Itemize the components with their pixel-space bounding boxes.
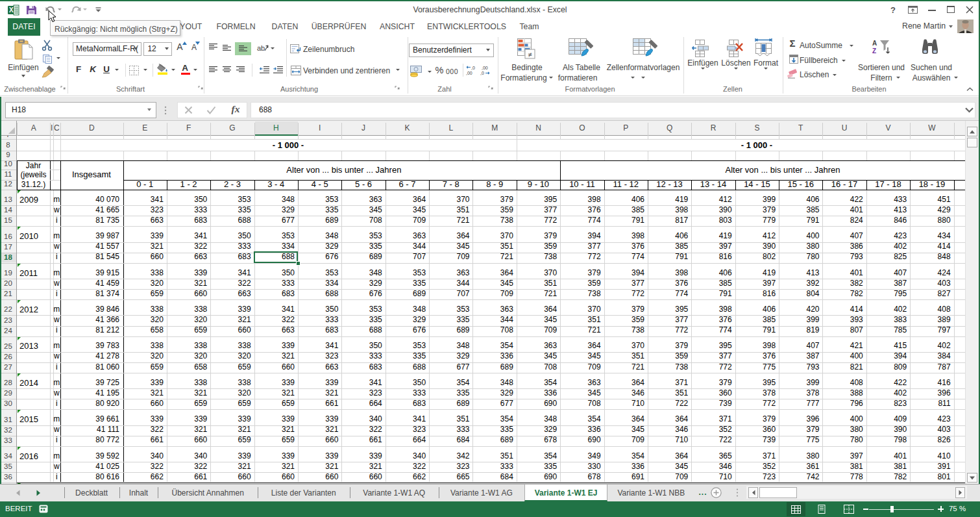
svg-text:A: A [872,40,877,47]
svg-text:,00: ,00 [482,66,488,70]
svg-text:Z: Z [872,47,876,55]
svg-text:,00: ,00 [466,71,472,75]
svg-text:ab: ab [257,44,265,52]
svg-text:,0: ,0 [471,66,475,70]
svg-text:X: X [9,6,14,14]
svg-text:≠: ≠ [528,51,532,58]
